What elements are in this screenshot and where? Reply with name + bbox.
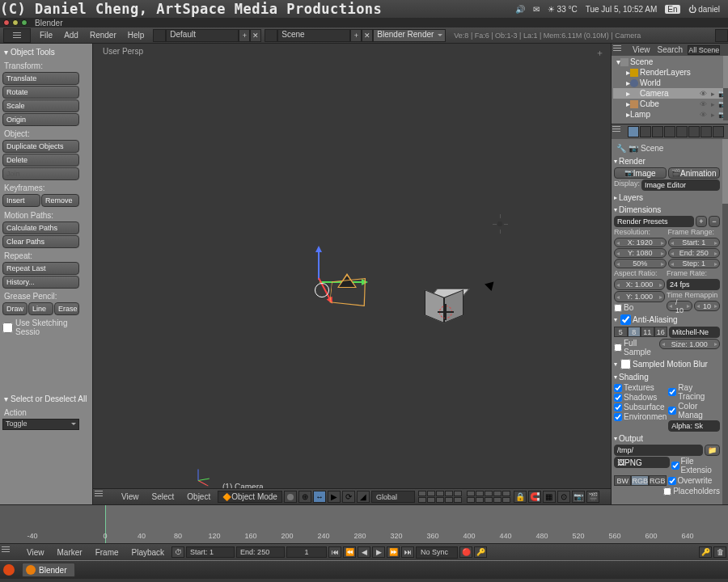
tl-marker-menu[interactable]: Marker [52, 548, 88, 557]
bw-button[interactable]: BW [614, 475, 631, 486]
keyframe-remove-button[interactable]: Remove [41, 194, 79, 207]
render-panel-header[interactable]: ▾Render [614, 155, 720, 167]
opengl-render-button[interactable]: 📷 [572, 491, 585, 503]
display-dropdown[interactable]: Image Editor [641, 179, 720, 191]
textures-checkbox[interactable]: Textures [614, 383, 667, 392]
jump-start-button[interactable]: ⏮ [328, 546, 341, 558]
full-sample-checkbox[interactable]: Full Sample [614, 339, 658, 356]
alpha-dropdown[interactable]: Alpha: Sk [668, 420, 720, 432]
overwrite-checkbox[interactable]: Overwrite [668, 475, 721, 486]
keying-delete-button[interactable]: 🗑 [713, 546, 726, 558]
temperature-indicator[interactable]: ☀ 33 °C [548, 5, 578, 14]
outliner-view-menu[interactable]: View [630, 45, 653, 54]
window-maximize-button[interactable] [21, 19, 28, 26]
start-frame-field[interactable]: Start: 1 [186, 546, 235, 558]
aa-16-button[interactable]: 16 [654, 327, 668, 337]
tab-material[interactable] [713, 126, 724, 137]
keyframe-insert-button[interactable]: Insert [2, 194, 40, 207]
calculate-paths-button[interactable]: Calculate Paths [2, 221, 79, 234]
operator-panel-header[interactable]: ▾Select or Deselect All [2, 393, 90, 405]
current-frame-field[interactable]: 1 [286, 546, 327, 558]
layer-buttons-2[interactable] [467, 491, 510, 503]
rgb-button[interactable]: RGB [631, 475, 649, 486]
snap-element[interactable]: ▦ [543, 491, 556, 503]
editor-type-selector[interactable] [3, 28, 31, 43]
jump-end-button[interactable]: ⏭ [401, 546, 414, 558]
next-keyframe-button[interactable]: ⏩ [387, 546, 400, 558]
scene-browse-icon[interactable] [265, 29, 277, 42]
output-browse-button[interactable]: 📁 [705, 445, 720, 456]
scene-delete-button[interactable]: ✕ [362, 29, 373, 42]
keying-set-button[interactable]: 🔑 [474, 546, 487, 558]
remap-old-field[interactable]: / 10 [667, 301, 692, 311]
aspect-y-field[interactable]: Y: 1.000 [614, 291, 665, 302]
output-path-field[interactable]: /tmp/ [614, 445, 703, 456]
properties-toggle-icon[interactable]: ＋ [595, 47, 604, 59]
frame-end-field[interactable]: End: 250 [668, 248, 721, 258]
user-menu[interactable]: ⏻ daniel [688, 5, 720, 14]
vp-view-menu[interactable]: View [116, 492, 145, 501]
restrict-select-icon[interactable]: ▸ [709, 90, 717, 98]
tab-world[interactable] [652, 126, 663, 137]
outliner-scrollbar[interactable] [723, 56, 728, 120]
mode-dropdown[interactable]: 🔶 Object Mode [218, 491, 282, 503]
screen-layout-field[interactable]: Default [166, 29, 239, 42]
frame-start-field[interactable]: Start: 1 [668, 238, 721, 247]
manipulator-rotate[interactable]: ⟳ [342, 491, 355, 503]
gp-draw-button[interactable]: Draw [2, 302, 28, 315]
action-dropdown[interactable]: Toggle [2, 419, 79, 430]
properties-scrollbar[interactable] [722, 139, 728, 504]
play-reverse-button[interactable]: ◀ [358, 546, 370, 558]
aa-size-field[interactable]: Size: 1.000 [659, 339, 721, 349]
properties-editor-selector[interactable] [612, 126, 627, 137]
gizmo-z-axis[interactable] [318, 247, 320, 280]
tree-camera[interactable]: ▸Camera👁▸📷 [613, 88, 726, 99]
rgba-button[interactable]: RGB [649, 475, 667, 486]
clear-paths-button[interactable]: Clear Paths [2, 235, 79, 248]
translate-button[interactable]: Translate [2, 72, 79, 85]
tl-playback-menu[interactable]: Playback [126, 548, 171, 557]
outliner-filter-input[interactable] [688, 45, 720, 55]
play-button[interactable]: ▶ [372, 546, 385, 558]
screen-browse-icon[interactable] [153, 29, 166, 42]
shading-selector[interactable] [284, 491, 297, 503]
smb-panel-header[interactable]: ▾Sampled Motion Blur [614, 357, 720, 371]
orientation-dropdown[interactable]: Global [371, 491, 415, 503]
prev-keyframe-button[interactable]: ⏪ [343, 546, 356, 558]
sync-dropdown[interactable]: No Sync [416, 546, 458, 559]
menu-file[interactable]: File [34, 31, 58, 40]
fps-dropdown[interactable]: 24 fps [667, 279, 720, 290]
preset-remove-button[interactable]: − [709, 216, 720, 227]
raytrace-checkbox[interactable]: Ray Tracing [668, 383, 720, 401]
tree-world[interactable]: ▸World [613, 78, 726, 88]
scene-add-button[interactable]: + [350, 29, 362, 42]
aa-11-button[interactable]: 11 [641, 327, 654, 337]
scale-button[interactable]: Scale [2, 99, 79, 112]
3d-viewport[interactable]: User Persp ＋ (1) [93, 44, 611, 504]
sss-checkbox[interactable]: Subsurface [614, 403, 667, 411]
outliner-editor-selector[interactable] [613, 45, 628, 55]
clock[interactable]: Tue Jul 5, 10:52 AM [586, 5, 658, 14]
tree-renderlayers[interactable]: ▸RenderLayers [613, 67, 726, 78]
env-checkbox[interactable]: Environmen [614, 412, 667, 421]
tab-scene[interactable] [640, 126, 651, 137]
tab-object[interactable] [664, 126, 675, 137]
scene-name-field[interactable]: Scene [277, 29, 350, 42]
border-checkbox[interactable]: Bo [614, 303, 665, 312]
tab-data[interactable] [700, 126, 712, 137]
file-ext-checkbox[interactable]: File Extensio [671, 457, 721, 474]
lamp-object[interactable] [494, 218, 506, 230]
render-presets-dropdown[interactable]: Render Presets [614, 216, 694, 227]
manipulator-translate[interactable]: ▶ [328, 491, 341, 503]
layout-delete-button[interactable]: ✕ [250, 29, 261, 42]
menu-render[interactable]: Render [84, 31, 122, 40]
manipulator-scale[interactable]: ◢ [357, 491, 370, 503]
preset-add-button[interactable]: + [696, 216, 707, 227]
shadows-checkbox[interactable]: Shadows [614, 393, 667, 402]
volume-icon[interactable]: 🔊 [515, 5, 525, 14]
timeline-editor-selector[interactable] [2, 546, 19, 558]
aspect-x-field[interactable]: X: 1.000 [614, 279, 665, 290]
gp-erase-button[interactable]: Erase [54, 302, 79, 315]
opengl-anim-button[interactable]: 🎬 [586, 491, 599, 503]
resolution-x-field[interactable]: X: 1920 [614, 238, 667, 247]
